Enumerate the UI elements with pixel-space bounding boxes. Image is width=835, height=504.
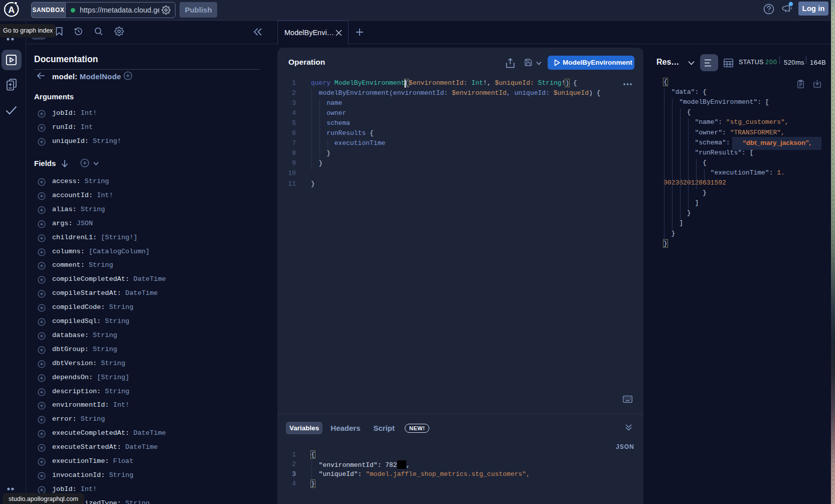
svg-text:A: A: [8, 5, 15, 15]
